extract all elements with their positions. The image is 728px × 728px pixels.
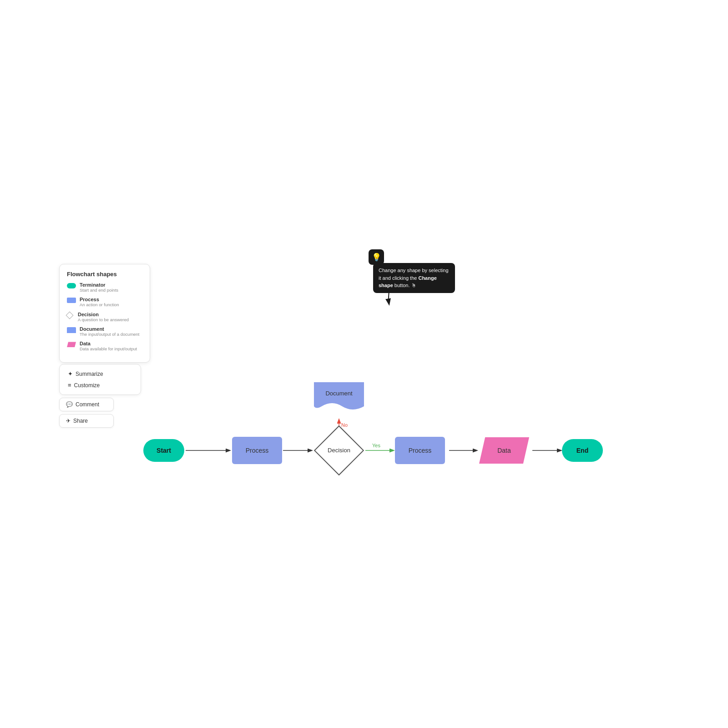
legend-item-process: Process An action or function [67,297,142,308]
svg-text:No: No [341,422,348,428]
share-icon: ✈ [66,418,71,424]
legend-label-document: Document [80,326,140,332]
share-label: Share [73,418,88,424]
end-node[interactable]: End [562,439,603,462]
svg-text:Yes: Yes [372,443,380,448]
legend-desc-terminator: Start and end points [80,288,118,293]
process-icon [67,298,76,303]
tooltip-bubble: Change any shape by selecting it and cli… [373,263,455,293]
legend-item-document: Document The input/output of a document [67,326,142,337]
data-node[interactable]: Data [479,437,529,464]
legend-label-process: Process [80,297,119,302]
process1-node[interactable]: Process [232,437,282,464]
process2-label: Process [409,447,432,454]
legend-label-data: Data [80,341,137,346]
comment-button[interactable]: 💬 Comment [59,398,114,411]
process1-label: Process [246,447,269,454]
decision-label: Decision [328,447,350,454]
legend-desc-document: The input/output of a document [80,332,140,337]
legend-desc-decision: A question to be answered [78,317,129,323]
legend-item-decision: Decision A question to be answered [67,312,142,323]
document-label: Document [312,390,366,397]
data-icon [67,342,76,347]
legend-desc-process: An action or function [80,302,119,308]
legend-item-terminator: Terminator Start and end points [67,282,142,293]
flowchart-container: Yes No Start Process Decision Document P… [123,373,692,510]
process2-node[interactable]: Process [395,437,445,464]
comment-icon: 💬 [66,401,73,408]
summarize-icon: ✦ [68,370,73,377]
data-label: Data [497,447,511,454]
decision-node[interactable]: Decision [312,431,366,470]
comment-label: Comment [76,401,99,408]
summarize-label: Summarize [76,371,103,377]
document-icon [67,327,76,333]
customize-label: Customize [74,382,100,389]
legend-title: Flowchart shapes [67,271,142,278]
customize-icon: ≡ [68,382,71,389]
document-node[interactable]: Document [312,380,366,414]
legend-label-decision: Decision [78,312,129,317]
start-node[interactable]: Start [143,439,184,462]
lightbulb-icon: 💡 [369,249,384,265]
end-label: End [576,447,588,454]
tooltip-text: Change any shape by selecting it and cli… [379,268,449,288]
decision-icon [66,311,74,319]
legend-panel: Flowchart shapes Terminator Start and en… [59,264,150,363]
legend-item-data: Data Data available for input/output [67,341,142,352]
legend-desc-data: Data available for input/output [80,346,137,352]
legend-label-terminator: Terminator [80,282,118,288]
terminator-icon [67,283,76,288]
share-button[interactable]: ✈ Share [59,414,114,428]
start-label: Start [157,447,171,454]
